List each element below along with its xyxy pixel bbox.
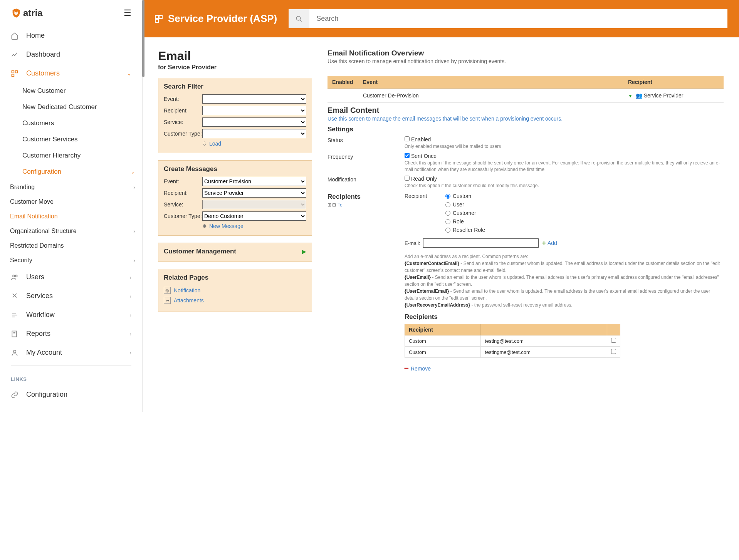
download-icon: ⇩ bbox=[202, 141, 207, 147]
sidebar-item-customers-list[interactable]: Customers bbox=[22, 115, 142, 131]
email-content-title: Email Content bbox=[328, 106, 724, 115]
col-recipient: Recipient bbox=[623, 76, 724, 89]
enabled-checkbox[interactable] bbox=[405, 136, 410, 141]
sidebar-item-configuration[interactable]: Configuration⌄ bbox=[22, 164, 142, 180]
recipient-radio-custom[interactable] bbox=[445, 194, 450, 199]
new-message-button[interactable]: ✸New Message bbox=[202, 223, 306, 229]
recipients-table-header: Recipients bbox=[405, 313, 724, 321]
create-custtype-select[interactable]: Demo Customer bbox=[202, 211, 306, 221]
minus-icon: ━ bbox=[405, 365, 408, 372]
col-recipient: Recipient bbox=[405, 324, 481, 335]
workflow-icon bbox=[11, 311, 21, 319]
sidebar-item-dashboard[interactable]: Dashboard bbox=[4, 45, 138, 64]
related-notification-link[interactable]: ◎Notification bbox=[164, 285, 306, 295]
filter-recipient-label: Recipient: bbox=[164, 107, 202, 114]
settings-header: Settings bbox=[328, 126, 724, 133]
event-row[interactable]: Customer De-Provision ▼ 👥Service Provide… bbox=[328, 89, 724, 103]
filter-event-select[interactable] bbox=[202, 94, 306, 104]
sidebar-item-customer-move[interactable]: Customer Move bbox=[10, 194, 142, 209]
collapse-icon[interactable]: ⊟ bbox=[332, 202, 336, 208]
user-icon bbox=[11, 349, 21, 357]
sidebar-item-customer-hierarchy[interactable]: Customer Hierarchy bbox=[22, 148, 142, 164]
remove-button[interactable]: ━Remove bbox=[405, 365, 724, 372]
divider bbox=[11, 365, 131, 366]
sidebar-item-email-notification[interactable]: Email Notification bbox=[10, 209, 142, 224]
sentonce-checkbox[interactable] bbox=[405, 153, 410, 158]
modification-label: Modification bbox=[328, 176, 405, 183]
link-icon bbox=[11, 391, 21, 399]
sidebar-item-security[interactable]: Security› bbox=[10, 253, 142, 268]
related-pages-panel: Related Pages ◎Notification ↣Attachments bbox=[158, 269, 312, 312]
filter-recipient-select[interactable] bbox=[202, 106, 306, 115]
create-recipient-label: Recipient: bbox=[164, 190, 202, 196]
tree-controls[interactable]: ⊞⊟To bbox=[328, 202, 405, 208]
search-input[interactable] bbox=[309, 9, 727, 28]
filter-custtype-label: Customer Type: bbox=[164, 131, 202, 137]
sidebar-item-new-customer[interactable]: New Customer bbox=[22, 83, 142, 99]
related-attachments-link[interactable]: ↣Attachments bbox=[164, 295, 306, 305]
recipient-radio-user[interactable] bbox=[445, 202, 450, 207]
email-label: E-mail: bbox=[405, 240, 420, 246]
filter-event-label: Event: bbox=[164, 96, 202, 102]
sidebar-item-org-structure[interactable]: Organizational Structure› bbox=[10, 224, 142, 238]
svg-rect-9 bbox=[155, 19, 158, 22]
links-header: LINKS bbox=[0, 369, 142, 385]
sidebar-item-services[interactable]: Services› bbox=[4, 287, 138, 305]
sidebar-item-home[interactable]: Home bbox=[4, 26, 138, 45]
enabled-checkbox-label[interactable]: Enabled bbox=[405, 136, 431, 143]
chevron-right-icon: › bbox=[129, 312, 131, 318]
customer-management-panel[interactable]: Customer Management ▶ bbox=[158, 243, 312, 262]
sidebar-item-customers[interactable]: Customers⌄ bbox=[4, 64, 138, 83]
row-checkbox[interactable] bbox=[611, 349, 616, 354]
recipient-radio-reseller[interactable] bbox=[445, 228, 450, 233]
sidebar-item-customer-services[interactable]: Customer Services bbox=[22, 131, 142, 148]
col-enabled: Enabled bbox=[328, 76, 358, 89]
row-checkbox[interactable] bbox=[611, 338, 616, 343]
email-content-subtitle: Use this screen to manage the email mess… bbox=[328, 116, 724, 122]
recipient-radio-role[interactable] bbox=[445, 219, 450, 224]
services-icon bbox=[11, 292, 21, 300]
readonly-checkbox-label[interactable]: Read-Only bbox=[405, 176, 437, 182]
sidebar-item-restricted-domains[interactable]: Restricted Domains bbox=[10, 238, 142, 253]
create-messages-panel: Create Messages Event:Customer Provision… bbox=[158, 160, 312, 236]
sidebar-item-new-dedicated[interactable]: New Dedicated Customer bbox=[22, 99, 142, 115]
reports-icon bbox=[11, 330, 21, 338]
sidebar-item-branding[interactable]: Branding› bbox=[10, 180, 142, 194]
create-event-select[interactable]: Customer Provision bbox=[202, 177, 306, 186]
expand-icon[interactable]: ⊞ bbox=[328, 202, 331, 208]
create-recipient-select[interactable]: Service Provider bbox=[202, 188, 306, 198]
help-text: Add an e-mail address as a recipient. Co… bbox=[405, 253, 724, 309]
overview-title: Email Notification Overview bbox=[328, 49, 724, 57]
to-link[interactable]: To bbox=[338, 202, 343, 208]
search-icon bbox=[296, 15, 302, 22]
sidebar-link-configuration[interactable]: Configuration bbox=[4, 385, 138, 404]
filter-custtype-select[interactable] bbox=[202, 129, 306, 138]
sidebar-item-reports[interactable]: Reports› bbox=[4, 324, 138, 343]
readonly-checkbox[interactable] bbox=[405, 176, 410, 181]
sidebar-item-my-account[interactable]: My Account› bbox=[4, 343, 138, 362]
star-icon: ✸ bbox=[202, 223, 207, 229]
enabled-hint: Only enabled messages will be mailed to … bbox=[405, 143, 724, 150]
status-label: Status bbox=[328, 136, 405, 143]
topbar-title: Service Provider (ASP) bbox=[154, 13, 277, 25]
load-button[interactable]: ⇩Load bbox=[202, 141, 306, 147]
triangle-down-icon: ▼ bbox=[628, 93, 633, 99]
recipient-label: Recipient bbox=[405, 193, 443, 199]
search-wrap bbox=[289, 9, 727, 28]
table-row: Customtesting@test.com bbox=[405, 335, 620, 347]
sidebar-item-workflow[interactable]: Workflow› bbox=[4, 305, 138, 324]
recipient-radio-customer[interactable] bbox=[445, 211, 450, 216]
svg-rect-7 bbox=[155, 15, 158, 18]
email-input[interactable] bbox=[423, 238, 539, 248]
svg-rect-8 bbox=[159, 15, 162, 18]
menu-toggle-icon[interactable]: ☰ bbox=[124, 8, 131, 18]
add-button[interactable]: +Add bbox=[542, 239, 557, 247]
chevron-right-icon: › bbox=[129, 274, 131, 280]
svg-point-6 bbox=[13, 350, 16, 353]
filter-service-select[interactable] bbox=[202, 117, 306, 127]
chevron-right-icon: › bbox=[129, 350, 131, 356]
search-button[interactable] bbox=[289, 9, 309, 28]
sentonce-checkbox-label[interactable]: Sent Once bbox=[405, 153, 437, 159]
svg-rect-1 bbox=[15, 70, 18, 73]
sidebar-item-users[interactable]: Users› bbox=[4, 268, 138, 287]
